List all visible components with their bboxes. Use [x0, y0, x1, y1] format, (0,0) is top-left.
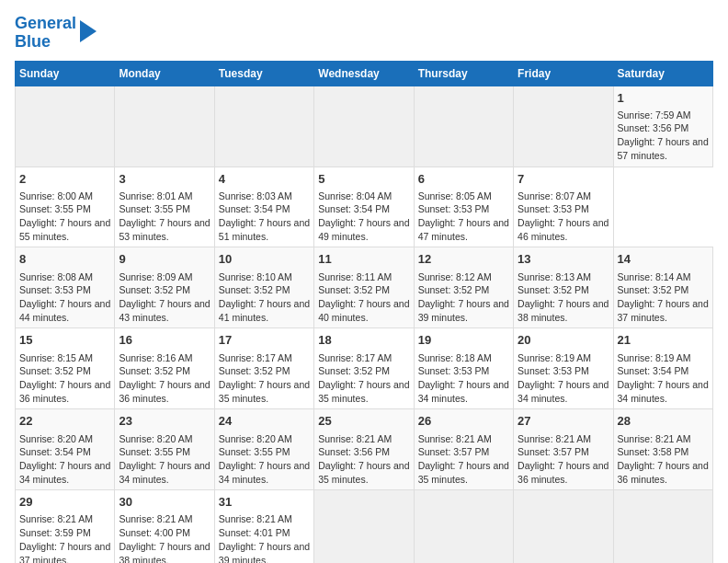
day-number: 12 [418, 251, 509, 268]
day-detail: Sunrise: 8:19 AMSunset: 3:53 PMDaylight:… [518, 351, 609, 406]
col-header-sunday: Sunday [16, 61, 115, 86]
day-number: 30 [119, 494, 210, 511]
day-detail: Sunrise: 8:16 AMSunset: 3:52 PMDaylight:… [119, 351, 210, 406]
day-number: 2 [19, 171, 110, 188]
day-number: 9 [119, 251, 210, 268]
day-detail: Sunrise: 8:21 AMSunset: 4:00 PMDaylight:… [119, 512, 210, 563]
calendar-week-row: 15Sunrise: 8:15 AMSunset: 3:52 PMDayligh… [16, 328, 713, 409]
logo-arrow-icon [80, 20, 97, 42]
day-number: 4 [219, 171, 310, 188]
day-detail: Sunrise: 7:59 AMSunset: 3:56 PMDaylight:… [618, 109, 709, 163]
day-number: 19 [418, 332, 509, 349]
day-number: 20 [518, 332, 609, 349]
day-detail: Sunrise: 8:12 AMSunset: 3:52 PMDaylight:… [418, 270, 509, 325]
page-header: General Blue [15, 15, 713, 52]
calendar-table: SundayMondayTuesdayWednesdayThursdayFrid… [15, 61, 713, 563]
day-number: 13 [518, 251, 609, 268]
day-detail: Sunrise: 8:21 AMSunset: 3:57 PMDaylight:… [518, 432, 609, 487]
calendar-cell [214, 86, 313, 167]
calendar-cell: 14Sunrise: 8:14 AMSunset: 3:52 PMDayligh… [613, 247, 712, 328]
calendar-week-row: 2Sunrise: 8:00 AMSunset: 3:55 PMDaylight… [16, 167, 713, 247]
day-number: 25 [318, 413, 409, 430]
calendar-cell [115, 86, 214, 167]
day-detail: Sunrise: 8:20 AMSunset: 3:55 PMDaylight:… [119, 432, 210, 487]
calendar-cell: 20Sunrise: 8:19 AMSunset: 3:53 PMDayligh… [514, 328, 613, 409]
logo-blue: Blue [15, 32, 51, 51]
day-number: 26 [418, 413, 509, 430]
day-detail: Sunrise: 8:21 AMSunset: 4:01 PMDaylight:… [219, 512, 310, 563]
calendar-cell: 31Sunrise: 8:21 AMSunset: 4:01 PMDayligh… [214, 490, 313, 563]
calendar-cell: 21Sunrise: 8:19 AMSunset: 3:54 PMDayligh… [613, 328, 712, 409]
calendar-cell: 22Sunrise: 8:20 AMSunset: 3:54 PMDayligh… [16, 409, 115, 490]
day-detail: Sunrise: 8:20 AMSunset: 3:55 PMDaylight:… [219, 432, 310, 487]
calendar-cell: 24Sunrise: 8:20 AMSunset: 3:55 PMDayligh… [214, 409, 313, 490]
calendar-cell: 9Sunrise: 8:09 AMSunset: 3:52 PMDaylight… [115, 247, 214, 328]
day-number: 3 [119, 171, 210, 188]
calendar-cell [514, 490, 613, 563]
day-detail: Sunrise: 8:21 AMSunset: 3:58 PMDaylight:… [618, 432, 709, 487]
day-detail: Sunrise: 8:04 AMSunset: 3:54 PMDaylight:… [318, 190, 409, 244]
day-number: 31 [219, 494, 310, 511]
day-detail: Sunrise: 8:13 AMSunset: 3:52 PMDaylight:… [518, 270, 609, 325]
calendar-cell: 26Sunrise: 8:21 AMSunset: 3:57 PMDayligh… [414, 409, 513, 490]
day-detail: Sunrise: 8:03 AMSunset: 3:54 PMDaylight:… [219, 190, 310, 244]
day-number: 8 [19, 251, 110, 268]
calendar-cell [414, 490, 513, 563]
day-detail: Sunrise: 8:10 AMSunset: 3:52 PMDaylight:… [219, 270, 310, 325]
calendar-cell: 5Sunrise: 8:04 AMSunset: 3:54 PMDaylight… [314, 167, 414, 247]
day-number: 28 [618, 413, 709, 430]
day-detail: Sunrise: 8:21 AMSunset: 3:59 PMDaylight:… [19, 512, 110, 563]
col-header-thursday: Thursday [414, 61, 513, 86]
day-number: 24 [219, 413, 310, 430]
calendar-cell [16, 86, 115, 167]
day-detail: Sunrise: 8:14 AMSunset: 3:52 PMDaylight:… [618, 270, 709, 325]
calendar-cell: 17Sunrise: 8:17 AMSunset: 3:52 PMDayligh… [214, 328, 313, 409]
day-detail: Sunrise: 8:01 AMSunset: 3:55 PMDaylight:… [119, 190, 210, 244]
calendar-cell: 4Sunrise: 8:03 AMSunset: 3:54 PMDaylight… [214, 167, 313, 247]
day-number: 7 [518, 171, 609, 188]
calendar-cell: 3Sunrise: 8:01 AMSunset: 3:55 PMDaylight… [115, 167, 214, 247]
day-number: 11 [318, 251, 409, 268]
day-number: 21 [618, 332, 709, 349]
day-number: 10 [219, 251, 310, 268]
day-detail: Sunrise: 8:18 AMSunset: 3:53 PMDaylight:… [418, 351, 509, 406]
day-detail: Sunrise: 8:00 AMSunset: 3:55 PMDaylight:… [19, 190, 110, 244]
calendar-week-row: 1Sunrise: 7:59 AMSunset: 3:56 PMDaylight… [16, 86, 713, 167]
day-detail: Sunrise: 8:11 AMSunset: 3:52 PMDaylight:… [318, 270, 409, 325]
calendar-cell: 12Sunrise: 8:12 AMSunset: 3:52 PMDayligh… [414, 247, 513, 328]
calendar-cell [414, 86, 513, 167]
day-number: 17 [219, 332, 310, 349]
calendar-cell: 27Sunrise: 8:21 AMSunset: 3:57 PMDayligh… [514, 409, 613, 490]
day-number: 5 [318, 171, 409, 188]
calendar-cell: 18Sunrise: 8:17 AMSunset: 3:52 PMDayligh… [314, 328, 414, 409]
col-header-tuesday: Tuesday [214, 61, 313, 86]
calendar-cell [613, 490, 712, 563]
day-detail: Sunrise: 8:08 AMSunset: 3:53 PMDaylight:… [19, 270, 110, 325]
day-detail: Sunrise: 8:21 AMSunset: 3:56 PMDaylight:… [318, 432, 409, 487]
day-detail: Sunrise: 8:20 AMSunset: 3:54 PMDaylight:… [19, 432, 110, 487]
calendar-cell: 13Sunrise: 8:13 AMSunset: 3:52 PMDayligh… [514, 247, 613, 328]
calendar-cell [314, 490, 414, 563]
day-detail: Sunrise: 8:17 AMSunset: 3:52 PMDaylight:… [318, 351, 409, 406]
calendar-cell: 16Sunrise: 8:16 AMSunset: 3:52 PMDayligh… [115, 328, 214, 409]
logo: General Blue [15, 15, 97, 52]
calendar-cell [514, 86, 613, 167]
col-header-wednesday: Wednesday [314, 61, 414, 86]
day-detail: Sunrise: 8:15 AMSunset: 3:52 PMDaylight:… [19, 351, 110, 406]
day-number: 1 [618, 90, 709, 107]
day-number: 27 [518, 413, 609, 430]
day-number: 18 [318, 332, 409, 349]
col-header-friday: Friday [514, 61, 613, 86]
calendar-cell [314, 86, 414, 167]
calendar-cell: 28Sunrise: 8:21 AMSunset: 3:58 PMDayligh… [613, 409, 712, 490]
calendar-cell: 25Sunrise: 8:21 AMSunset: 3:56 PMDayligh… [314, 409, 414, 490]
calendar-cell: 15Sunrise: 8:15 AMSunset: 3:52 PMDayligh… [16, 328, 115, 409]
calendar-cell: 29Sunrise: 8:21 AMSunset: 3:59 PMDayligh… [16, 490, 115, 563]
day-number: 15 [19, 332, 110, 349]
calendar-cell: 30Sunrise: 8:21 AMSunset: 4:00 PMDayligh… [115, 490, 214, 563]
day-detail: Sunrise: 8:07 AMSunset: 3:53 PMDaylight:… [518, 190, 609, 244]
day-detail: Sunrise: 8:17 AMSunset: 3:52 PMDaylight:… [219, 351, 310, 406]
calendar-cell: 10Sunrise: 8:10 AMSunset: 3:52 PMDayligh… [214, 247, 313, 328]
calendar-week-row: 29Sunrise: 8:21 AMSunset: 3:59 PMDayligh… [16, 490, 713, 563]
calendar-cell: 6Sunrise: 8:05 AMSunset: 3:53 PMDaylight… [414, 167, 513, 247]
